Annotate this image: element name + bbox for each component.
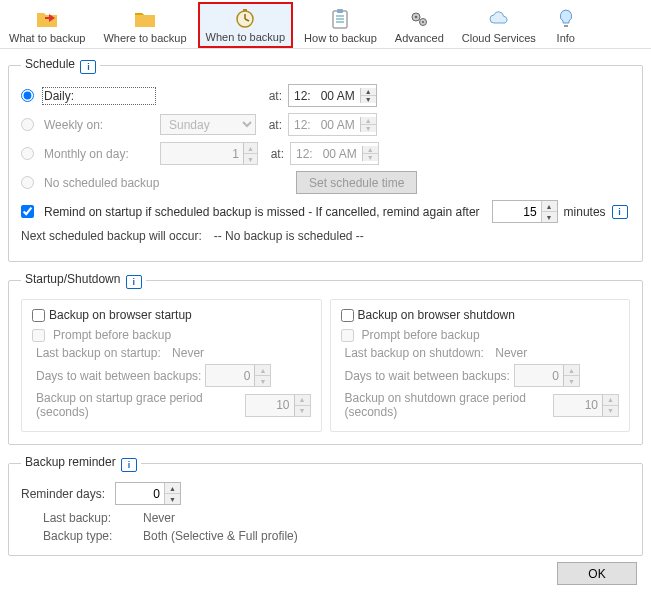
at-label: at:	[262, 118, 282, 132]
weekly-day-select[interactable]: Sunday	[160, 114, 256, 135]
startup-prompt-checkbox	[32, 329, 45, 342]
main-tabs: What to backup Where to backup When to b…	[0, 0, 651, 49]
gears-icon	[407, 7, 431, 31]
at-label: at:	[264, 147, 284, 161]
schedule-monthly-row: Monthly on day: ▲▼ at: 12:00 AM ▲▼	[21, 142, 630, 165]
backup-on-startup-checkbox[interactable]	[32, 309, 45, 322]
next-backup-row: Next scheduled backup will occur: -- No …	[21, 229, 630, 243]
set-schedule-time-button[interactable]: Set schedule time	[296, 171, 417, 194]
startup-days-input: ▲▼	[205, 364, 271, 387]
tab-label: Info	[557, 32, 575, 44]
minutes-label: minutes	[564, 205, 606, 219]
reminder-days-input[interactable]: ▲▼	[115, 482, 181, 505]
reminder-days-row: Reminder days: ▲▼	[21, 482, 630, 505]
reminder-details: Last backup: Never Backup type: Both (Se…	[43, 511, 630, 543]
tab-label: Where to backup	[103, 32, 186, 44]
help-icon[interactable]	[80, 60, 96, 74]
shutdown-last-value: Never	[495, 346, 527, 360]
startup-prompt-label: Prompt before backup	[53, 328, 171, 342]
weekly-time-input: 12:00 AM ▲▼	[288, 113, 377, 136]
shutdown-days-input: ▲▼	[514, 364, 580, 387]
startup-shutdown-group: Startup/Shutdown Backup on browser start…	[8, 272, 643, 445]
folder-export-icon	[35, 7, 59, 31]
shutdown-pane: Backup on browser shutdown Prompt before…	[330, 299, 631, 432]
startup-grace-key: Backup on startup grace period (seconds)	[36, 391, 241, 419]
shutdown-title[interactable]: Backup on browser shutdown	[358, 308, 515, 322]
ok-button[interactable]: OK	[557, 562, 637, 585]
none-radio[interactable]	[21, 176, 34, 189]
shutdown-days-key: Days to wait between backups:	[345, 369, 510, 383]
time-spinner: ▲▼	[360, 117, 376, 132]
tab-label: Advanced	[395, 32, 444, 44]
startup-grace-input: ▲▼	[245, 394, 311, 417]
reminder-last-value: Never	[143, 511, 630, 525]
folder-icon	[133, 7, 157, 31]
schedule-none-row: No scheduled backup Set schedule time	[21, 171, 630, 194]
startup-days-key: Days to wait between backups:	[36, 369, 201, 383]
schedule-weekly-row: Weekly on: Sunday at: 12:00 AM ▲▼	[21, 113, 630, 136]
svg-point-5	[415, 16, 418, 19]
remind-minutes-input[interactable]: ▲▼	[492, 200, 558, 223]
monthly-time-input: 12:00 AM ▲▼	[290, 142, 379, 165]
tab-when-to-backup[interactable]: When to backup	[198, 2, 294, 48]
shutdown-last-key: Last backup on shutdown:	[345, 346, 484, 360]
startup-last-value: Never	[172, 346, 204, 360]
reminder-last-key: Last backup:	[43, 511, 143, 525]
shutdown-grace-input: ▲▼	[553, 394, 619, 417]
startup-title[interactable]: Backup on browser startup	[49, 308, 192, 322]
time-spinner: ▲▼	[362, 146, 378, 161]
monthly-label[interactable]: Monthly on day:	[44, 147, 154, 161]
schedule-daily-row: Daily: at: 12:00 AM ▲▼	[21, 84, 630, 107]
svg-rect-2	[337, 9, 343, 13]
remind-checkbox[interactable]	[21, 205, 34, 218]
backup-on-shutdown-checkbox[interactable]	[341, 309, 354, 322]
tab-label: What to backup	[9, 32, 85, 44]
startup-shutdown-legend: Startup/Shutdown	[21, 272, 146, 289]
dialog-footer: OK	[557, 562, 637, 585]
next-backup-value: -- No backup is scheduled --	[214, 229, 364, 243]
shutdown-prompt-label: Prompt before backup	[362, 328, 480, 342]
daily-label[interactable]: Daily:	[44, 89, 154, 103]
tab-label: When to backup	[206, 31, 286, 43]
at-label: at:	[262, 89, 282, 103]
svg-point-6	[422, 21, 424, 23]
monthly-radio[interactable]	[21, 147, 34, 160]
tab-advanced[interactable]: Advanced	[388, 4, 451, 48]
clock-icon	[233, 6, 257, 30]
startup-pane: Backup on browser startup Prompt before …	[21, 299, 322, 432]
schedule-group: Schedule Daily: at: 12:00 AM ▲▼ Weekly o…	[8, 57, 643, 262]
tab-label: How to backup	[304, 32, 377, 44]
remind-row: Remind on startup if scheduled backup is…	[21, 200, 630, 223]
tab-what-to-backup[interactable]: What to backup	[2, 4, 92, 48]
lightbulb-icon	[554, 7, 578, 31]
help-icon[interactable]	[126, 275, 142, 289]
help-icon[interactable]	[612, 205, 628, 219]
help-icon[interactable]	[121, 458, 137, 472]
remind-label[interactable]: Remind on startup if scheduled backup is…	[44, 205, 480, 219]
tab-where-to-backup[interactable]: Where to backup	[96, 4, 193, 48]
clipboard-icon	[328, 7, 352, 31]
tab-how-to-backup[interactable]: How to backup	[297, 4, 384, 48]
startup-last-key: Last backup on startup:	[36, 346, 161, 360]
reminder-type-key: Backup type:	[43, 529, 143, 543]
tab-label: Cloud Services	[462, 32, 536, 44]
next-backup-label: Next scheduled backup will occur:	[21, 229, 202, 243]
daily-time-input[interactable]: 12:00 AM ▲▼	[288, 84, 377, 107]
tab-info[interactable]: Info	[547, 4, 585, 48]
tab-cloud-services[interactable]: Cloud Services	[455, 4, 543, 48]
weekly-radio[interactable]	[21, 118, 34, 131]
cloud-icon	[487, 7, 511, 31]
time-spinner[interactable]: ▲▼	[360, 88, 376, 103]
shutdown-prompt-checkbox	[341, 329, 354, 342]
backup-reminder-group: Backup reminder Reminder days: ▲▼ Last b…	[8, 455, 643, 556]
reminder-days-key: Reminder days:	[21, 487, 105, 501]
svg-rect-7	[564, 25, 568, 27]
shutdown-grace-key: Backup on shutdown grace period (seconds…	[345, 391, 550, 419]
monthly-day-input[interactable]: ▲▼	[160, 142, 258, 165]
backup-reminder-legend: Backup reminder	[21, 455, 141, 472]
none-label[interactable]: No scheduled backup	[44, 176, 254, 190]
weekly-label[interactable]: Weekly on:	[44, 118, 154, 132]
schedule-legend: Schedule	[21, 57, 100, 74]
reminder-type-value: Both (Selective & Full profile)	[143, 529, 630, 543]
daily-radio[interactable]	[21, 89, 34, 102]
